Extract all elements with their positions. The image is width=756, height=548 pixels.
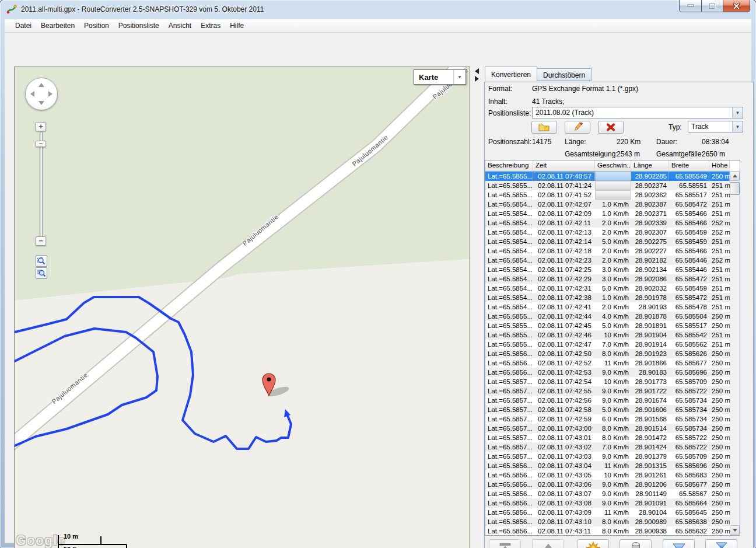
table-row[interactable]: Lat.=65.5857...02.08.11 07:43:018.0 Km/h… <box>485 433 730 442</box>
cell[interactable]: Lat.=65.5857... <box>485 433 533 442</box>
cell[interactable]: 65.585638 <box>669 517 709 526</box>
cell[interactable]: Lat.=65.5856... <box>485 461 533 470</box>
cell[interactable]: Lat.=65.5854... <box>485 293 533 302</box>
cell[interactable]: 02.08.11 07:42:14 <box>533 237 595 246</box>
move-down-button[interactable] <box>663 539 695 548</box>
cell[interactable]: 02.08.11 07:43:10 <box>533 517 595 526</box>
cell[interactable]: 65.585472 <box>669 274 709 284</box>
cell[interactable]: 250 m <box>709 377 730 386</box>
cell[interactable]: 250 m <box>709 321 730 330</box>
cell[interactable]: 65.585504 <box>669 312 709 321</box>
table-row[interactable]: Lat.=65.5856...02.08.11 07:43:0411 Km/h2… <box>485 461 730 470</box>
cell[interactable]: 1.0 Km/h <box>595 293 631 302</box>
cell[interactable]: 250 m <box>709 470 730 480</box>
cell[interactable]: 5.0 Km/h <box>595 284 631 293</box>
cell[interactable]: 9.0 Km/h <box>595 452 631 461</box>
cell[interactable]: 28.901379 <box>631 452 669 461</box>
cell[interactable]: 3.0 Km/h <box>595 265 631 274</box>
scrollbar-up-button[interactable] <box>730 171 740 181</box>
scrollbar-thumb[interactable] <box>730 182 740 195</box>
cell[interactable]: 02.08.11 07:42:59 <box>533 414 595 424</box>
cell[interactable]: Lat.=65.5855... <box>485 321 533 330</box>
column-header-breite[interactable]: Breite <box>669 160 709 171</box>
cell[interactable]: Lat.=65.5856... <box>485 517 533 526</box>
cell[interactable]: Lat.=65.5855... <box>485 340 533 349</box>
cell[interactable]: 28.902362 <box>631 190 669 200</box>
table-row[interactable]: Lat.=65.5854...02.08.11 07:42:132.0 Km/h… <box>485 228 730 237</box>
table-row[interactable]: Lat.=65.5854...02.08.11 07:42:253.0 Km/h… <box>485 265 730 274</box>
cell[interactable]: 65.585677 <box>669 480 709 489</box>
pan-right-icon[interactable] <box>48 91 52 97</box>
cell[interactable]: 28.901261 <box>631 470 669 480</box>
table-row[interactable]: Lat.=65.5854...02.08.11 07:42:145.0 Km/h… <box>485 237 730 246</box>
cell[interactable]: 251 m <box>709 181 730 190</box>
cell[interactable]: 28.902371 <box>631 209 669 218</box>
column-header-hoehe[interactable]: Höhe <box>709 160 730 171</box>
cell[interactable]: 65.585459 <box>669 284 709 293</box>
cell[interactable]: 02.08.11 07:42:41 <box>533 302 595 312</box>
cell[interactable]: 251 m <box>709 302 730 312</box>
table-row[interactable]: Lat.=65.5854...02.08.11 07:42:112.0 Km/h… <box>485 218 730 228</box>
cell[interactable]: Lat.=65.5854... <box>485 237 533 246</box>
title-bar[interactable]: 2011.all-multi.gpx - RouteConverter 2.5-… <box>0 0 756 19</box>
cell[interactable]: 28.902275 <box>631 237 669 246</box>
cell[interactable]: 1.0 Km/h <box>595 209 631 218</box>
cell[interactable]: 28.902134 <box>631 265 669 274</box>
table-row[interactable]: Lat.=65.5856...02.08.11 07:43:108.0 Km/h… <box>485 517 730 526</box>
cell[interactable]: Lat.=65.5854... <box>485 265 533 274</box>
chevron-down-icon[interactable]: ▾ <box>732 107 743 118</box>
cell[interactable]: 65.585459 <box>669 237 709 246</box>
zoom-slider-thumb[interactable]: − <box>36 141 46 147</box>
cell[interactable]: 250 m <box>709 386 730 396</box>
cell[interactable]: 11 Km/h <box>595 358 631 368</box>
map-type-selector[interactable]: Karte ▾ <box>414 69 466 85</box>
cell[interactable]: 250 m <box>709 461 730 470</box>
cell[interactable]: Lat.=65.5854... <box>485 284 533 293</box>
cell[interactable]: Lat.=65.5855... <box>485 172 533 181</box>
cell[interactable]: 02.08.11 07:42:50 <box>533 349 595 358</box>
delete-positionlist-button[interactable] <box>598 121 624 134</box>
cell[interactable]: 28.902307 <box>631 228 669 237</box>
table-row[interactable]: Lat.=65.5854...02.08.11 07:42:293.0 Km/h… <box>485 274 730 284</box>
cell[interactable] <box>595 190 631 200</box>
cell[interactable]: 250 m <box>709 517 730 526</box>
cell[interactable]: 02.08.11 07:43:04 <box>533 461 595 470</box>
table-row[interactable]: Lat.=65.5857...02.08.11 07:42:5410 Km/h2… <box>485 377 730 386</box>
cell[interactable]: 8.0 Km/h <box>595 433 631 442</box>
collapse-left-icon[interactable] <box>475 68 479 74</box>
cell[interactable]: 28.901722 <box>631 386 669 396</box>
cell[interactable]: 65.585466 <box>669 246 709 256</box>
cell[interactable]: Lat.=65.5854... <box>485 256 533 265</box>
cell[interactable]: 9.0 Km/h <box>595 396 631 405</box>
cell[interactable]: Lat.=65.5855... <box>485 181 533 190</box>
maximize-button[interactable] <box>701 0 723 12</box>
cell[interactable]: 2.0 Km/h <box>595 302 631 312</box>
cell[interactable]: 65.585472 <box>669 293 709 302</box>
cell[interactable]: 251 m <box>709 246 730 256</box>
cell[interactable]: 28.901891 <box>631 321 669 330</box>
column-header-zeit[interactable]: Zeit <box>533 160 595 171</box>
cell[interactable]: 250 m <box>709 414 730 424</box>
cell[interactable]: 65.585677 <box>669 358 709 368</box>
cell[interactable]: 65.585734 <box>669 414 709 424</box>
close-button[interactable] <box>723 0 750 12</box>
cell[interactable]: 65.585734 <box>669 424 709 433</box>
table-row[interactable]: Lat.=65.5857...02.08.11 07:43:027.0 Km/h… <box>485 442 730 452</box>
cell[interactable]: 252 m <box>709 256 730 265</box>
tab-durchstoebern[interactable]: Durchstöbern <box>537 68 592 81</box>
cell[interactable]: 9.0 Km/h <box>595 489 631 498</box>
zoom-in-button[interactable]: + <box>36 122 46 131</box>
cell[interactable]: 9.0 Km/h <box>595 386 631 396</box>
cell[interactable]: Lat.=65.5856... <box>485 358 533 368</box>
table-row[interactable]: Lat.=65.5857...02.08.11 07:42:596.0 Km/h… <box>485 414 730 424</box>
cell[interactable]: 28.902387 <box>631 200 669 209</box>
cell[interactable]: 02.08.11 07:40:57 <box>533 172 595 181</box>
cell[interactable]: 251 m <box>709 340 730 349</box>
scrollbar-down-button[interactable] <box>730 525 740 535</box>
delete-position-button[interactable] <box>620 539 652 548</box>
cell[interactable]: 02.08.11 07:43:02 <box>533 442 595 452</box>
chevron-down-icon[interactable]: ▾ <box>453 70 466 84</box>
cell[interactable]: 65.585664 <box>669 498 709 508</box>
cell[interactable]: Lat.=65.5854... <box>485 218 533 228</box>
cell[interactable]: 02.08.11 07:43:07 <box>533 489 595 498</box>
